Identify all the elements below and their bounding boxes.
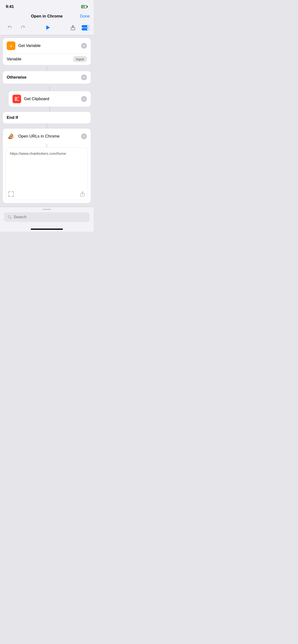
toggle-icon (82, 25, 89, 30)
svg-line-12 (17, 97, 19, 98)
redo-icon (20, 25, 25, 30)
variable-value-pill[interactable]: Input (73, 56, 87, 62)
get-variable-close-button[interactable]: ✕ (81, 43, 87, 49)
search-bar-container (0, 207, 94, 227)
undo-icon (8, 25, 13, 30)
clipboard-inner: Get Clipboard (13, 95, 81, 103)
chrome-icon (7, 132, 15, 141)
spacer-1 (3, 84, 91, 86)
url-box[interactable]: https://www.chairkickers.com/home (6, 147, 88, 200)
expand-button[interactable] (9, 192, 14, 198)
svg-line-13 (17, 100, 19, 101)
connector-4 (47, 124, 47, 128)
connector-3 (49, 107, 50, 112)
open-urls-label: Open URLs in Chrome (18, 134, 60, 139)
endif-block[interactable]: End If (3, 112, 91, 124)
variable-row-label: Variable (7, 57, 21, 62)
play-icon (45, 25, 51, 30)
get-clipboard-block[interactable]: Get Clipboard ✕ (9, 91, 91, 106)
svg-rect-1 (87, 6, 88, 8)
clipboard-close-button[interactable]: ✕ (81, 96, 87, 102)
connector-1 (47, 66, 47, 71)
variable-row: Variable Input (3, 54, 91, 64)
url-share-button[interactable] (80, 192, 85, 198)
svg-point-7 (87, 26, 89, 27)
home-indicator (0, 227, 94, 232)
done-button[interactable]: Done (80, 14, 90, 19)
undo-button[interactable] (6, 24, 14, 32)
svg-marker-4 (46, 26, 50, 30)
get-clipboard-label: Get Clipboard (24, 96, 49, 101)
open-urls-inner: Open URLs in Chrome (7, 132, 81, 141)
expand-icon (9, 192, 14, 197)
clipboard-icon (13, 95, 21, 103)
toolbar (0, 22, 94, 35)
otherwise-label: Otherwise (7, 75, 26, 80)
nav-title: Open in Chrome (31, 14, 63, 19)
status-icons: ⚡ (81, 5, 88, 8)
url-text: https://www.chairkickers.com/home (10, 152, 66, 156)
get-variable-block[interactable]: x Get Variable ✕ (3, 38, 91, 54)
redo-button[interactable] (18, 24, 27, 32)
battery-icon: ⚡ (81, 5, 88, 8)
otherwise-block[interactable]: Otherwise ✕ (3, 71, 91, 84)
svg-line-20 (10, 218, 12, 219)
connector-2 (49, 86, 50, 91)
svg-point-9 (87, 28, 89, 30)
get-variable-label: Get Variable (18, 43, 41, 48)
url-share-icon (80, 192, 85, 197)
connector-5 (47, 144, 47, 147)
endif-label: End If (7, 115, 18, 120)
share-button[interactable] (69, 24, 77, 32)
status-time: 9:41 (6, 4, 14, 9)
share-icon (70, 25, 76, 30)
open-urls-close-button[interactable]: ✕ (81, 134, 87, 139)
get-variable-inner: x Get Variable (7, 42, 81, 50)
home-bar (31, 228, 63, 230)
svg-point-19 (8, 216, 11, 218)
search-bar[interactable] (4, 212, 90, 222)
otherwise-close-button[interactable]: ✕ (81, 74, 87, 80)
toolbar-left (6, 24, 27, 32)
open-urls-block[interactable]: Open URLs in Chrome ✕ (3, 129, 91, 144)
scissors-svg (14, 96, 20, 102)
main-content: x Get Variable ✕ Variable Input Otherwis… (0, 35, 94, 207)
toggle-button[interactable] (81, 24, 90, 32)
toolbar-right (69, 24, 90, 32)
search-input[interactable] (14, 215, 86, 220)
svg-text:⚡: ⚡ (82, 6, 85, 8)
pull-indicator (43, 209, 51, 210)
status-bar: 9:41 ⚡ (0, 0, 94, 12)
search-icon (8, 215, 12, 219)
chrome-svg (7, 132, 15, 141)
get-variable-icon: x (7, 42, 15, 50)
play-button[interactable] (45, 25, 51, 31)
url-box-footer (9, 192, 85, 198)
nav-bar: Open in Chrome Done (0, 12, 94, 22)
svg-point-16 (10, 135, 12, 137)
indented-section: Get Clipboard ✕ (9, 86, 91, 112)
